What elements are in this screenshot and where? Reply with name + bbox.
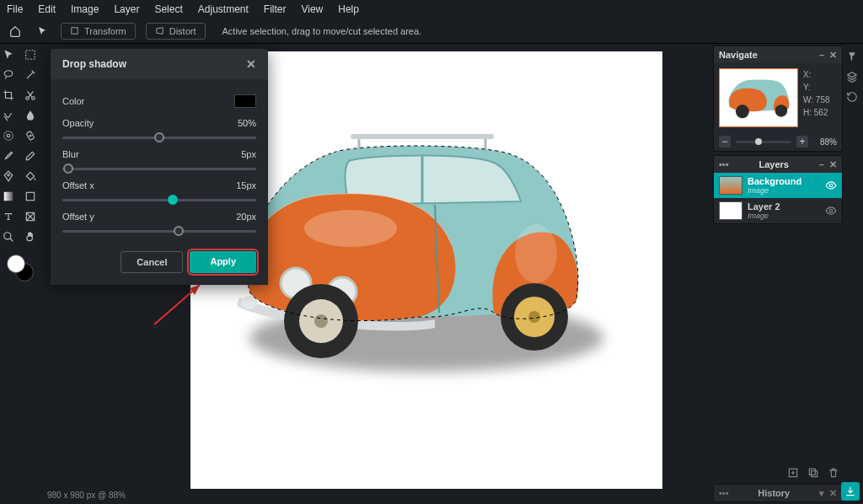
layers-panel-icon[interactable] (846, 71, 858, 83)
menu-help[interactable]: Help (338, 3, 359, 15)
svg-rect-10 (26, 192, 34, 200)
layer-actions (711, 464, 844, 482)
offsetx-slider[interactable] (62, 199, 256, 201)
minimize-icon[interactable]: – (819, 159, 824, 170)
blur-slider[interactable] (62, 168, 256, 170)
svg-rect-9 (4, 192, 13, 201)
offsetx-label: Offset x (62, 180, 94, 190)
close-panel-icon[interactable]: ✕ (829, 159, 837, 170)
svg-point-33 (829, 184, 833, 187)
eraser-tool-icon[interactable] (23, 148, 38, 164)
svg-point-6 (7, 134, 10, 137)
opacity-slider[interactable] (62, 137, 256, 139)
minimize-icon[interactable]: – (819, 50, 824, 61)
opacity-label: Opacity (62, 118, 94, 128)
clone-tool-icon[interactable] (1, 128, 16, 143)
cancel-button[interactable]: Cancel (121, 251, 183, 273)
marquee-tool-icon[interactable] (23, 47, 38, 62)
dialog-title: Drop shadow (62, 58, 126, 70)
car-image (224, 119, 595, 372)
tool-sidebar (0, 44, 40, 504)
color-swatch[interactable] (234, 94, 256, 108)
offsety-value: 20px (236, 212, 256, 222)
visibility-icon[interactable] (825, 205, 837, 217)
svg-point-32 (775, 105, 788, 117)
delete-layer-icon[interactable] (828, 467, 839, 479)
distort-button[interactable]: Distort (146, 23, 206, 40)
menu-bar: File Edit Image Layer Select Adjustment … (0, 0, 863, 19)
liquify-tool-icon[interactable] (1, 108, 16, 123)
right-icon-strip (843, 44, 861, 103)
navigate-info: X: Y: W: 758 H: 562 (803, 68, 830, 127)
arrow-cursor-icon[interactable] (34, 23, 51, 40)
close-icon[interactable]: ✕ (246, 57, 256, 71)
history-panel-icon[interactable] (846, 91, 858, 103)
zoom-tool-icon[interactable] (1, 229, 16, 244)
status-bar: 980 x 980 px @ 88% (40, 489, 711, 504)
svg-point-31 (736, 105, 749, 118)
offsety-slider[interactable] (62, 230, 256, 233)
crop-tool-icon[interactable] (1, 88, 16, 103)
export-button[interactable] (841, 482, 860, 501)
options-bar: Transform Distort Active selection, drag… (0, 19, 863, 44)
svg-point-27 (304, 210, 397, 247)
frame-tool-icon[interactable] (23, 209, 38, 224)
menu-filter[interactable]: Filter (264, 3, 287, 15)
navigate-thumbnail[interactable] (719, 68, 798, 127)
wand-tool-icon[interactable] (23, 67, 38, 83)
shape-tool-icon[interactable] (23, 189, 38, 204)
menu-image[interactable]: Image (71, 3, 99, 15)
svg-rect-0 (72, 28, 78, 34)
home-icon[interactable] (7, 23, 24, 40)
color-swatches[interactable] (7, 255, 34, 281)
menu-adjustment[interactable]: Adjustment (198, 3, 249, 15)
menu-select[interactable]: Select (154, 3, 182, 15)
pen-tool-icon[interactable] (1, 169, 16, 184)
blur-tool-icon[interactable] (23, 108, 38, 123)
hand-tool-icon[interactable] (23, 229, 38, 244)
layers-panel: •••Layers–✕ Background Image Layer 2 Ima… (713, 155, 843, 224)
visibility-icon[interactable] (825, 180, 837, 191)
layer-thumbnail (719, 176, 742, 195)
fill-tool-icon[interactable] (23, 169, 38, 184)
expand-icon[interactable]: ▾ (819, 488, 824, 499)
heal-tool-icon[interactable] (23, 128, 38, 143)
svg-point-2 (4, 71, 12, 77)
opacity-value: 50% (238, 118, 256, 128)
layer-row[interactable]: Layer 2 Image (714, 198, 842, 223)
lasso-tool-icon[interactable] (1, 67, 16, 83)
move-tool-icon[interactable] (1, 47, 16, 62)
close-panel-icon[interactable]: ✕ (829, 50, 837, 61)
blur-value: 5px (241, 149, 256, 159)
svg-point-5 (4, 131, 13, 141)
layer-type: Image (748, 212, 780, 220)
zoom-out-button[interactable]: − (719, 136, 731, 147)
layer-type: Image (748, 186, 801, 195)
svg-rect-14 (351, 134, 494, 139)
menu-layer[interactable]: Layer (114, 3, 139, 15)
text-panel-icon[interactable] (846, 51, 858, 62)
drop-shadow-dialog: Drop shadow ✕ Color Opacity 50% Blur 5px… (51, 49, 268, 285)
offsetx-value: 15px (236, 180, 256, 190)
svg-rect-1 (26, 51, 35, 60)
transform-button[interactable]: Transform (61, 23, 136, 40)
duplicate-layer-icon[interactable] (807, 467, 819, 479)
menu-view[interactable]: View (301, 3, 323, 15)
cut-tool-icon[interactable] (23, 88, 38, 103)
svg-point-28 (515, 224, 557, 283)
gradient-tool-icon[interactable] (1, 189, 16, 204)
close-panel-icon[interactable]: ✕ (829, 488, 837, 499)
menu-file[interactable]: File (7, 3, 23, 15)
add-layer-icon[interactable] (787, 467, 799, 479)
layer-row[interactable]: Background Image (714, 173, 842, 198)
svg-rect-37 (809, 469, 815, 475)
brush-tool-icon[interactable] (1, 148, 16, 164)
layer-thumbnail (719, 201, 742, 220)
text-tool-icon[interactable] (1, 209, 16, 224)
menu-edit[interactable]: Edit (38, 3, 56, 15)
zoom-in-button[interactable]: + (796, 136, 808, 147)
apply-button[interactable]: Apply (190, 251, 256, 273)
svg-point-23 (314, 314, 328, 328)
foreground-color-swatch[interactable] (7, 255, 25, 273)
zoom-slider[interactable] (736, 141, 791, 143)
